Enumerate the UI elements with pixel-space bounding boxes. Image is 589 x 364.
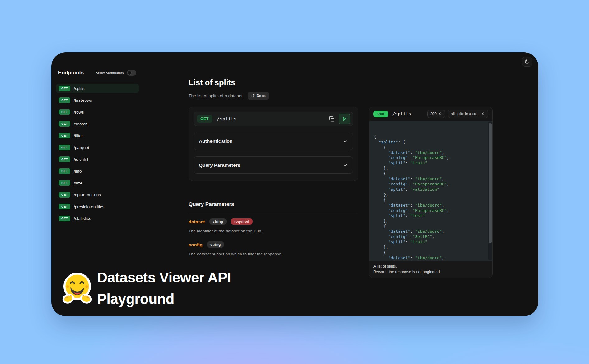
status-badge: 200 xyxy=(373,111,388,117)
page-background: Endpoints Show Summaries GET /splits GET… xyxy=(0,0,589,364)
page-subtitle: The list of splits of a dataset. xyxy=(189,93,244,98)
method-badge: GET xyxy=(59,204,70,209)
request-path: /splits xyxy=(217,116,236,121)
copy-icon xyxy=(329,116,335,122)
sidebar-endpoint-item[interactable]: GET /filter xyxy=(56,131,139,140)
request-panel: GET /splits Authenticatio xyxy=(189,107,358,181)
branding-line: Playground xyxy=(97,288,231,310)
json-code-line: }, xyxy=(374,245,484,250)
json-code-line: { xyxy=(374,171,484,176)
param-required-badge: required xyxy=(231,218,253,225)
app-card: Endpoints Show Summaries GET /splits GET… xyxy=(51,52,538,316)
copy-button[interactable] xyxy=(328,115,335,123)
json-code-line: "splits": [ xyxy=(374,140,484,145)
endpoint-path-label: /size xyxy=(74,181,82,185)
status-code-select[interactable]: 200 xyxy=(427,110,445,118)
method-badge: GET xyxy=(59,156,70,162)
request-url-bar: GET /splits xyxy=(194,112,353,126)
json-code-line: { xyxy=(374,224,484,229)
divider xyxy=(189,214,358,214)
sidebar-endpoint-item[interactable]: GET /first-rows xyxy=(56,96,139,105)
sidebar-endpoint-item[interactable]: GET /opt-in-out-urls xyxy=(56,190,139,199)
json-code-line: "config": "SelfRC", xyxy=(374,261,484,261)
request-method-badge: GET xyxy=(197,115,212,123)
moon-icon xyxy=(525,59,530,64)
show-summaries-toggle[interactable] xyxy=(127,70,136,76)
endpoint-path-label: /opt-in-out-urls xyxy=(74,193,101,197)
param-type-badge: string xyxy=(209,218,227,225)
response-json-viewer[interactable]: { "splits": [ { "dataset": "ibm/duorc", … xyxy=(369,121,492,261)
sidebar-endpoint-item[interactable]: GET /parquet xyxy=(56,143,139,152)
response-header: 200 /splits 200 all splits in a da... xyxy=(369,107,492,121)
scrollbar-track[interactable] xyxy=(488,121,492,260)
docs-button-label: Docs xyxy=(256,94,265,98)
json-code-line: { xyxy=(374,250,484,255)
json-code-line: "dataset": "ibm/duorc", xyxy=(374,229,484,234)
endpoint-path-label: /filter xyxy=(74,133,83,138)
json-code-line: }, xyxy=(374,192,484,198)
sidebar-endpoint-item[interactable]: GET /search xyxy=(56,119,139,128)
json-code-line: { xyxy=(374,145,484,150)
json-code-line: "split": "validation" xyxy=(374,187,484,192)
method-badge: GET xyxy=(59,86,70,91)
sidebar-endpoint-item[interactable]: GET /info xyxy=(56,166,139,176)
param-header-row: dataset string required xyxy=(189,218,358,225)
authentication-collapsible[interactable]: Authentication xyxy=(194,133,353,150)
param-entry: config string The dataset subset on whic… xyxy=(189,241,358,256)
sidebar-endpoint-item[interactable]: GET /presidio-entities xyxy=(56,202,139,211)
theme-toggle-button[interactable] xyxy=(522,57,532,67)
page-subtitle-row: The list of splits of a dataset. Docs xyxy=(189,92,269,100)
endpoint-list: GET /splits GET /first-rows GET /rows GE… xyxy=(56,84,139,223)
chevron-down-icon xyxy=(343,139,348,144)
endpoint-path-label: /rows xyxy=(74,110,84,114)
show-summaries-label: Show Summaries xyxy=(96,71,124,75)
endpoint-path-label: /is-valid xyxy=(74,157,88,162)
run-request-button[interactable] xyxy=(339,114,350,124)
method-badge: GET xyxy=(59,145,70,150)
param-name: dataset xyxy=(189,219,205,224)
method-badge: GET xyxy=(59,133,70,138)
param-header-row: config string xyxy=(189,241,358,248)
json-code-line: { xyxy=(374,134,484,140)
authentication-label: Authentication xyxy=(199,138,233,144)
sidebar: Endpoints Show Summaries GET /splits GET… xyxy=(56,70,139,223)
response-footer: A list of splits. Beware: the response i… xyxy=(369,261,492,278)
method-badge: GET xyxy=(59,180,70,186)
endpoint-path-label: /splits xyxy=(74,86,85,91)
response-panel: 200 /splits 200 all splits in a da... xyxy=(369,107,493,278)
method-badge: GET xyxy=(59,168,70,174)
response-note: Beware: the response is not paginated. xyxy=(373,269,488,275)
json-code-line: "split": "train" xyxy=(374,161,484,166)
scrollbar-thumb[interactable] xyxy=(489,123,492,243)
json-code-line: "dataset": "ibm/duorc", xyxy=(374,255,484,261)
json-code-line: "config": "ParaphraseRC", xyxy=(374,155,484,161)
external-link-icon xyxy=(251,94,255,98)
json-code-line: { xyxy=(374,198,484,203)
chevrons-up-down-icon xyxy=(438,112,442,116)
sidebar-endpoint-item[interactable]: GET /is-valid xyxy=(56,155,139,164)
method-badge: GET xyxy=(59,192,70,198)
endpoints-heading: Endpoints xyxy=(58,70,84,76)
query-parameters-label: Query Parameters xyxy=(199,162,241,168)
sidebar-endpoint-item[interactable]: GET /splits xyxy=(56,84,139,93)
sidebar-header: Endpoints Show Summaries xyxy=(56,70,139,76)
method-badge: GET xyxy=(59,121,70,127)
endpoint-path-label: /parquet xyxy=(74,145,89,150)
endpoint-path-label: /presidio-entities xyxy=(74,204,104,209)
chevrons-up-down-icon xyxy=(481,112,485,116)
param-description: The identifier of the dataset on the Hub… xyxy=(189,229,358,233)
sidebar-endpoint-item[interactable]: GET /statistics xyxy=(56,214,139,223)
query-parameters-collapsible[interactable]: Query Parameters xyxy=(194,156,353,174)
example-select[interactable]: all splits in a da... xyxy=(448,110,488,118)
sidebar-endpoint-item[interactable]: GET /size xyxy=(56,178,139,188)
response-path: /splits xyxy=(392,111,411,116)
docs-button[interactable]: Docs xyxy=(248,92,269,100)
param-type-badge: string xyxy=(207,241,224,248)
json-code-line: "dataset": "ibm/duorc", xyxy=(374,203,484,208)
endpoint-path-label: /info xyxy=(74,169,82,174)
json-code-line: "config": "ParaphraseRC", xyxy=(374,208,484,213)
json-code-line: "dataset": "ibm/duorc", xyxy=(374,150,484,156)
endpoint-path-label: /search xyxy=(74,122,87,126)
endpoint-path-label: /statistics xyxy=(74,216,91,221)
sidebar-endpoint-item[interactable]: GET /rows xyxy=(56,107,139,117)
